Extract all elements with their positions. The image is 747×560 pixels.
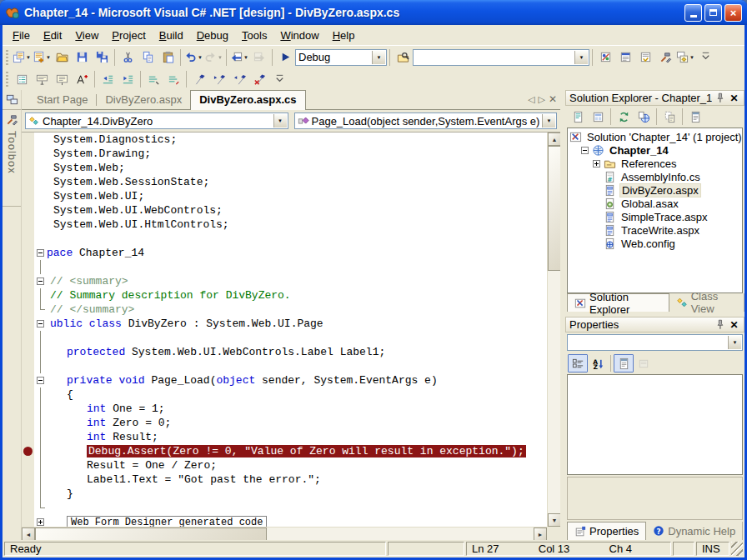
code-text[interactable]: System.Web.UI.HtmlControls;: [47, 218, 229, 232]
breakpoint-margin[interactable]: [22, 161, 35, 175]
code-text[interactable]: int One = 1;: [47, 402, 165, 416]
breakpoint-margin[interactable]: [22, 515, 35, 527]
members-combo[interactable]: Page_Load(object sender,System.EventArgs…: [294, 112, 558, 129]
navigate-backward-button[interactable]: ▼: [229, 48, 249, 67]
expander-minus-icon[interactable]: [581, 147, 589, 154]
breakpoint-margin[interactable]: [22, 501, 35, 515]
properties-title-bar[interactable]: Properties ✕: [565, 317, 744, 332]
maximize-button[interactable]: [704, 4, 722, 22]
chevron-down-icon[interactable]: ▼: [542, 114, 555, 128]
menu-file[interactable]: File: [6, 27, 37, 44]
close-document-button[interactable]: ✕: [549, 93, 557, 105]
horizontal-scrollbar[interactable]: ◄ ►: [22, 527, 547, 540]
tab-scroll-right-button[interactable]: ▷: [538, 94, 544, 105]
breakpoint-margin[interactable]: [22, 487, 35, 501]
toolbar-grip[interactable]: [6, 50, 8, 65]
properties-window-button[interactable]: [615, 48, 635, 67]
view-code-button[interactable]: [568, 108, 588, 126]
property-grid[interactable]: [567, 374, 743, 475]
debug-config-combo[interactable]: Debug ▼: [295, 49, 387, 66]
breakpoint-margin[interactable]: [22, 232, 35, 246]
menu-view[interactable]: View: [68, 27, 105, 44]
toolbar-options-button[interactable]: [695, 48, 715, 67]
fold-minus-box[interactable]: [37, 278, 44, 285]
tab-divbyzero-aspx-cs[interactable]: DivByZero.aspx.cs: [190, 90, 305, 110]
code-text[interactable]: pace Chapter_14: [47, 246, 144, 260]
code-text[interactable]: System.Diagnostics;: [47, 132, 177, 147]
breakpoint-margin[interactable]: [22, 359, 35, 373]
tree-item-chapter-14[interactable]: Chapter_14: [568, 143, 742, 157]
next-bookmark-button[interactable]: [209, 70, 229, 88]
breakpoint-margin[interactable]: [22, 331, 35, 345]
quick-info-button[interactable]: [52, 70, 72, 88]
breakpoint-margin[interactable]: [22, 218, 35, 232]
sidebar-tab-toolbox[interactable]: Toolbox: [3, 110, 21, 207]
breakpoint-margin[interactable]: [22, 430, 35, 444]
close-panel-button[interactable]: ✕: [728, 92, 740, 104]
show-all-files-button[interactable]: [659, 108, 679, 126]
properties-tab-dynamic-help[interactable]: ?Dynamic Help: [646, 522, 743, 540]
chevron-down-icon[interactable]: ▼: [372, 51, 385, 64]
properties-tab-properties[interactable]: Properties: [567, 522, 646, 540]
collapsed-region[interactable]: Web Form Designer generated code: [67, 516, 267, 527]
code-text[interactable]: Result = One / Zero;: [47, 458, 217, 472]
breakpoint-margin[interactable]: [22, 203, 35, 218]
breakpoint-margin[interactable]: [22, 345, 35, 359]
menu-project[interactable]: Project: [105, 27, 152, 44]
code-text[interactable]: // <summary>: [47, 274, 128, 288]
solution-explorer-title-bar[interactable]: Solution Explorer - Chapter_14 ✕: [565, 90, 744, 106]
code-text[interactable]: // Summary description for DivByZero.: [47, 288, 291, 302]
breakpoint-margin[interactable]: [22, 175, 35, 189]
save-button[interactable]: [72, 48, 92, 67]
member-list-button[interactable]: [12, 70, 32, 88]
decrease-indent-button[interactable]: [98, 70, 118, 88]
previous-bookmark-button[interactable]: [229, 70, 249, 88]
resize-grip[interactable]: [731, 542, 743, 556]
expander-plus-icon[interactable]: [593, 160, 600, 168]
chevron-down-icon[interactable]: ▼: [574, 51, 588, 64]
fold-minus-box[interactable]: [37, 249, 44, 257]
clear-bookmarks-button[interactable]: [249, 70, 269, 88]
menu-help[interactable]: Help: [326, 27, 362, 44]
debug-windows-button[interactable]: ▼: [675, 48, 695, 67]
breakpoint-margin[interactable]: [22, 373, 35, 388]
dropdown-arrow-icon[interactable]: ▼: [243, 55, 248, 60]
dropdown-arrow-icon[interactable]: ▼: [218, 55, 223, 60]
solution-explorer-tab-class-view[interactable]: Class View: [669, 293, 744, 312]
code-text[interactable]: System.Web;: [47, 161, 125, 175]
open-file-button[interactable]: [52, 48, 72, 67]
vertical-scrollbar[interactable]: ▲ ▼: [547, 132, 560, 527]
tree-item-solution-chapter-14-1-project[interactable]: Solution 'Chapter_14' (1 project): [568, 130, 742, 143]
increase-indent-button[interactable]: [118, 70, 138, 88]
breakpoint-margin[interactable]: [22, 189, 35, 203]
code-text[interactable]: System.Web.UI.WebControls;: [47, 203, 223, 218]
solution-explorer-tb-button[interactable]: [595, 48, 615, 67]
tab-scroll-left-button[interactable]: ◁: [528, 94, 534, 105]
categorized-button[interactable]: [568, 354, 588, 372]
menu-debug[interactable]: Debug: [190, 27, 235, 44]
tree-item-divbyzero-aspx[interactable]: DivByZero.aspx: [568, 183, 742, 197]
pin-icon[interactable]: [714, 92, 726, 104]
minimize-button[interactable]: [684, 4, 702, 22]
tree-item-tracewrite-aspx[interactable]: TraceWrite.aspx: [568, 223, 742, 237]
toggle-bookmark-button[interactable]: [189, 70, 209, 88]
alphabetical-button[interactable]: AZ: [588, 354, 608, 372]
save-all-button[interactable]: [92, 48, 112, 67]
code-text[interactable]: System.Web.UI;: [47, 189, 144, 203]
breakpoint-margin[interactable]: [22, 274, 35, 288]
breakpoint-margin[interactable]: [22, 260, 35, 274]
menu-build[interactable]: Build: [153, 27, 190, 44]
close-button[interactable]: ×: [724, 4, 742, 22]
code-text[interactable]: ublic class DivByZero : System.Web.UI.Pa…: [47, 317, 323, 331]
tree-item-references[interactable]: References: [568, 157, 742, 170]
tree-item-web-config[interactable]: Web.config: [568, 237, 742, 250]
cut-button[interactable]: [118, 48, 138, 67]
fold-minus-box[interactable]: [37, 320, 44, 328]
breakpoint-margin[interactable]: [22, 132, 35, 147]
breakpoint-margin[interactable]: [22, 288, 35, 302]
code-text[interactable]: Web Form Designer generated code: [47, 515, 267, 527]
scroll-left-button[interactable]: ◄: [22, 528, 35, 540]
tree-item-simpletrace-aspx[interactable]: SimpleTrace.aspx: [568, 210, 742, 223]
menu-edit[interactable]: Edit: [37, 27, 68, 44]
code-text[interactable]: int Result;: [47, 430, 158, 444]
